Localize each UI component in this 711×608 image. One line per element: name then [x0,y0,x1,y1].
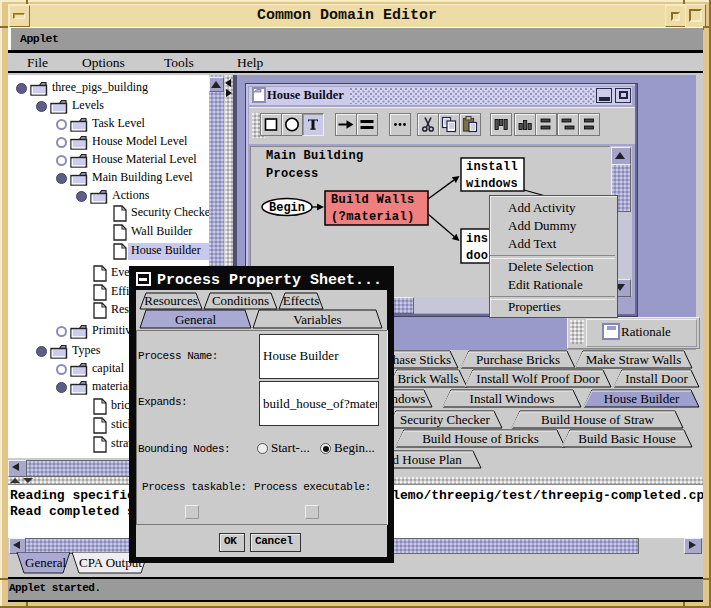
svg-text:Conditions: Conditions [212,293,269,308]
svg-text:Build Walls: Build Walls [331,193,415,207]
svg-text:Purchase Bricks: Purchase Bricks [476,352,560,367]
svg-text:Install Door: Install Door [625,371,688,386]
svg-text:Install Wolf Proof Door: Install Wolf Proof Door [476,371,600,386]
svg-text:(?material): (?material) [331,210,415,224]
svg-text:General: General [175,312,217,327]
svg-text:Resources: Resources [144,293,197,308]
svg-text:Effects: Effects [283,293,320,308]
svg-text:Build House of Bricks: Build House of Bricks [422,431,539,446]
svg-text:General: General [25,555,67,570]
svg-text:Security Checker: Security Checker [400,412,491,427]
svg-text:House Builder: House Builder [604,391,680,406]
svg-text:windows: windows [466,177,518,191]
svg-text:Build House of Straw: Build House of Straw [541,412,655,427]
svg-text:Make Straw Walls: Make Straw Walls [586,352,681,367]
svg-text:Begin: Begin [269,201,305,215]
svg-text:Install Windows: Install Windows [470,391,555,406]
svg-text:Build Basic House: Build Basic House [578,431,676,446]
svg-text:Brick Walls: Brick Walls [397,371,458,386]
svg-text:Variables: Variables [293,312,341,327]
svg-text:install: install [466,160,518,174]
